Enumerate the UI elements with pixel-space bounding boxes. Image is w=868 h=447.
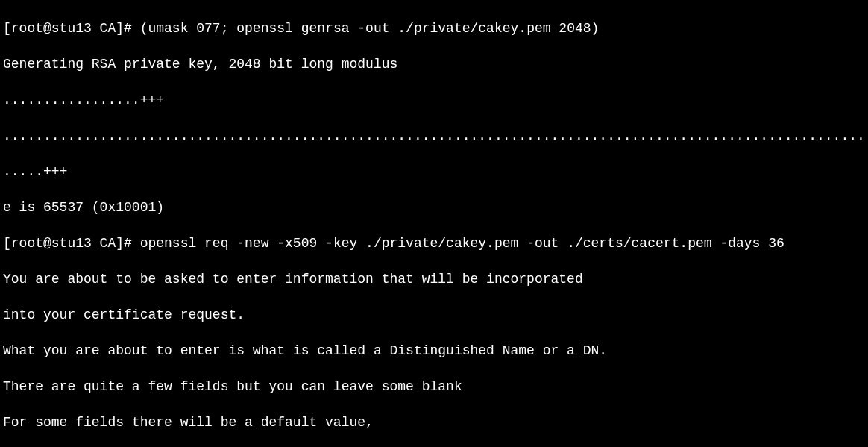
output-line: For some fields there will be a default … <box>3 413 865 431</box>
output-line: .....+++ <box>3 163 865 181</box>
output-line: You are about to be asked to enter infor… <box>3 270 865 288</box>
output-line: There are quite a few fields but you can… <box>3 378 865 396</box>
command-text: openssl req -new -x509 -key ./private/ca… <box>140 236 784 251</box>
shell-prompt: [root@stu13 CA]# <box>3 236 140 251</box>
output-line: [root@stu13 CA]# (umask 077; openssl gen… <box>3 19 865 37</box>
output-line: [root@stu13 CA]# openssl req -new -x509 … <box>3 234 865 252</box>
output-line: What you are about to enter is what is c… <box>3 342 865 360</box>
output-line: into your certificate request. <box>3 306 865 324</box>
output-line: e is 65537 (0x10001) <box>3 199 865 216</box>
output-line: ........................................… <box>3 127 865 145</box>
output-line: Generating RSA private key, 2048 bit lon… <box>3 55 865 73</box>
command-text: (umask 077; openssl genrsa -out ./privat… <box>140 21 600 36</box>
shell-prompt: [root@stu13 CA]# <box>3 21 140 36</box>
terminal[interactable]: [root@stu13 CA]# (umask 077; openssl gen… <box>0 0 868 447</box>
output-line: .................+++ <box>3 91 865 109</box>
